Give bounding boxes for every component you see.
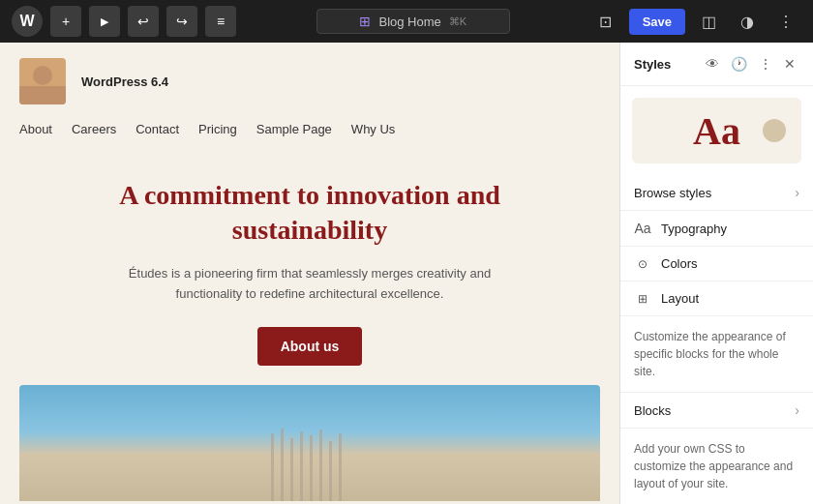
site-navigation: About Careers Contact Pricing Sample Pag… [0,120,619,149]
typography-icon: Aa [634,221,651,236]
blocks-row[interactable]: Blocks › [620,393,813,429]
hero-subtitle: Études is a pioneering firm that seamles… [126,264,494,305]
svg-rect-0 [271,433,274,501]
site-preview: WordPress 6.4 About Careers Contact Pric… [0,43,619,504]
layout-item[interactable]: ⊞ Layout [620,282,813,316]
undo-button[interactable]: ↩ [128,6,159,37]
styles-preview-area: Aa [632,98,801,163]
toolbar-right: ⊡ Save ◫ ◑ ⋮ [590,6,801,37]
hero-cta-button[interactable]: About us [257,327,363,366]
styles-more-button[interactable]: ⋮ [755,54,776,74]
add-css-text: Add your own CSS to customize the appear… [620,429,813,504]
hero-image [19,385,600,501]
blocks-chevron: › [795,402,799,418]
save-button[interactable]: Save [629,9,685,35]
colors-label: Colors [661,256,799,271]
nav-item-whyus[interactable]: Why Us [351,120,396,137]
svg-rect-5 [319,430,322,501]
nav-link-about[interactable]: About [19,122,52,136]
page-title-text: Blog Home [378,15,440,29]
styles-panel: Styles 👁 🕐 ⋮ ✕ Aa Browse styles › Aa Typ… [619,43,813,504]
typography-item[interactable]: Aa Typography [620,211,813,247]
toolbar: W + ▶ ↩ ↪ ≡ ⊞ Blog Home ⌘K ⊡ Save ◫ ◑ ⋮ [0,0,813,43]
nav-item-sample[interactable]: Sample Page [256,120,332,137]
blocks-label: Blocks [634,403,671,418]
hero-section: A commitment to innovation and sustainab… [0,149,619,385]
nav-link-careers[interactable]: Careers [72,122,116,136]
keyboard-shortcut: ⌘K [449,15,467,28]
typography-label: Typography [661,222,799,236]
site-logo [19,58,66,104]
colors-item[interactable]: ⊙ Colors [620,247,813,282]
styles-close-button[interactable]: ✕ [780,54,799,74]
page-title-bar[interactable]: ⊞ Blog Home ⌘K [316,9,510,34]
main-area: WordPress 6.4 About Careers Contact Pric… [0,43,813,504]
nav-link-sample[interactable]: Sample Page [256,122,332,136]
more-options-button[interactable]: ⋮ [770,6,801,37]
list-view-button[interactable]: ≡ [205,6,236,37]
nav-item-pricing[interactable]: Pricing [198,120,237,137]
building-svg [213,424,406,501]
browse-styles-chevron: › [795,185,799,200]
svg-rect-3 [300,431,303,501]
nav-item-about[interactable]: About [19,120,52,137]
styles-eye-button[interactable]: 👁 [702,54,723,74]
hero-title: A commitment to innovation and sustainab… [39,178,581,249]
dark-mode-button[interactable]: ◑ [732,6,763,37]
styles-preview-dot [763,119,786,142]
browse-styles-row[interactable]: Browse styles › [620,175,813,211]
nav-link-whyus[interactable]: Why Us [351,122,396,136]
styles-panel-title: Styles [634,57,671,72]
site-header: WordPress 6.4 [0,43,619,120]
styles-history-button[interactable]: 🕐 [727,54,751,74]
colors-icon: ⊙ [634,257,651,271]
svg-rect-6 [329,441,332,501]
layout-icon: ⊞ [634,292,651,306]
nav-link-contact[interactable]: Contact [136,122,179,136]
canvas: WordPress 6.4 About Careers Contact Pric… [0,43,619,504]
editor-toggle-button[interactable]: ◫ [693,6,724,37]
styles-header: Styles 👁 🕐 ⋮ ✕ [620,43,813,86]
nav-link-pricing[interactable]: Pricing [198,122,237,136]
browse-styles-label: Browse styles [634,186,711,200]
site-name: WordPress 6.4 [81,74,168,89]
customize-text: Customize the appearance of specific blo… [620,316,813,393]
page-icon: ⊞ [359,14,371,29]
layout-label: Layout [661,291,799,306]
redo-button[interactable]: ↪ [166,6,197,37]
toolbar-center: ⊞ Blog Home ⌘K [244,9,583,34]
nav-item-contact[interactable]: Contact [136,120,179,137]
svg-rect-4 [310,435,313,501]
styles-preview-text: Aa [693,108,740,154]
svg-rect-7 [339,433,342,501]
add-button[interactable]: + [50,6,81,37]
select-tool-button[interactable]: ▶ [89,6,120,37]
svg-rect-2 [290,438,293,501]
nav-list: About Careers Contact Pricing Sample Pag… [19,120,600,137]
styles-header-icons: 👁 🕐 ⋮ ✕ [702,54,799,74]
device-preview-button[interactable]: ⊡ [590,6,621,37]
wp-logo[interactable]: W [12,6,43,37]
nav-item-careers[interactable]: Careers [72,120,116,137]
svg-rect-1 [281,429,284,501]
